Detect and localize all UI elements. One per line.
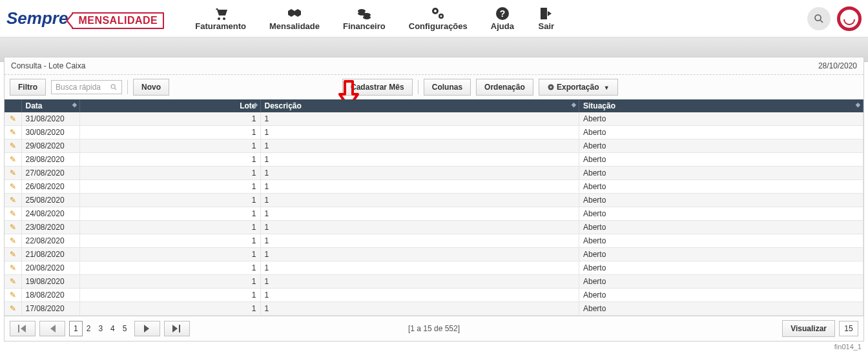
cell-descricao: 1 bbox=[260, 221, 579, 234]
pager-page-1[interactable]: 1 bbox=[69, 321, 83, 336]
pencil-icon: ✎ bbox=[10, 182, 16, 191]
chat-support-button[interactable] bbox=[837, 6, 862, 31]
cadastrar-mes-button[interactable]: Cadastrar Mês bbox=[342, 79, 413, 96]
col-data-header[interactable]: Data◆ bbox=[21, 99, 79, 112]
novo-button[interactable]: Novo bbox=[133, 79, 169, 96]
edit-cell[interactable]: ✎ bbox=[5, 112, 21, 126]
cell-lote: 1 bbox=[79, 207, 260, 221]
pager-page-5[interactable]: 5 bbox=[119, 321, 131, 336]
cell-descricao: 1 bbox=[260, 112, 579, 126]
chevron-down-icon: ▼ bbox=[604, 85, 610, 91]
panel-date: 28/10/2020 bbox=[818, 61, 857, 70]
cell-descricao: 1 bbox=[260, 289, 579, 302]
pager-next-button[interactable] bbox=[134, 321, 160, 336]
edit-cell[interactable]: ✎ bbox=[5, 248, 21, 261]
nav-sair[interactable]: Sair bbox=[526, 3, 567, 34]
search-icon bbox=[813, 13, 825, 25]
table-row[interactable]: ✎31/08/202011Aberto bbox=[5, 112, 863, 126]
edit-cell[interactable]: ✎ bbox=[5, 194, 21, 207]
pager-prev-button[interactable] bbox=[39, 321, 65, 336]
quick-search-input[interactable] bbox=[56, 83, 110, 92]
table-row[interactable]: ✎20/08/202011Aberto bbox=[5, 261, 863, 275]
cell-data: 18/08/2020 bbox=[21, 289, 79, 302]
cell-data: 19/08/2020 bbox=[21, 275, 79, 289]
cell-descricao: 1 bbox=[260, 275, 579, 289]
nav-ajuda[interactable]: ? Ajuda bbox=[479, 3, 526, 34]
nav-faturamento[interactable]: Faturamento bbox=[183, 3, 258, 34]
edit-cell[interactable]: ✎ bbox=[5, 207, 21, 221]
global-search-button[interactable] bbox=[807, 7, 831, 30]
filtro-button[interactable]: Filtro bbox=[10, 79, 46, 96]
edit-cell[interactable]: ✎ bbox=[5, 234, 21, 248]
table-row[interactable]: ✎25/08/202011Aberto bbox=[5, 194, 863, 207]
separator bbox=[127, 80, 128, 94]
edit-cell[interactable]: ✎ bbox=[5, 275, 21, 289]
nav-configuracoes[interactable]: Configurações bbox=[397, 3, 479, 34]
first-page-icon bbox=[18, 325, 27, 332]
table-row[interactable]: ✎17/08/202011Aberto bbox=[5, 302, 863, 316]
table-row[interactable]: ✎30/08/202011Aberto bbox=[5, 126, 863, 139]
edit-cell[interactable]: ✎ bbox=[5, 289, 21, 302]
pencil-icon: ✎ bbox=[10, 128, 16, 137]
cell-situacao: Aberto bbox=[579, 153, 863, 167]
edit-cell[interactable]: ✎ bbox=[5, 126, 21, 139]
exportacao-dropdown[interactable]: Exportação ▼ bbox=[539, 79, 618, 96]
sort-icon: ◆ bbox=[72, 101, 77, 108]
cell-data: 24/08/2020 bbox=[21, 207, 79, 221]
separator bbox=[418, 80, 418, 94]
col-lote-header[interactable]: Lote◆ bbox=[79, 99, 260, 112]
edit-cell[interactable]: ✎ bbox=[5, 221, 21, 234]
table-row[interactable]: ✎29/08/202011Aberto bbox=[5, 139, 863, 153]
cell-lote: 1 bbox=[79, 180, 260, 194]
cell-lote: 1 bbox=[79, 275, 260, 289]
edit-cell[interactable]: ✎ bbox=[5, 302, 21, 316]
table-row[interactable]: ✎27/08/202011Aberto bbox=[5, 167, 863, 180]
colunas-button[interactable]: Colunas bbox=[424, 79, 471, 96]
cell-situacao: Aberto bbox=[579, 207, 863, 221]
pencil-icon: ✎ bbox=[10, 209, 16, 218]
table-row[interactable]: ✎24/08/202011Aberto bbox=[5, 207, 863, 221]
cell-lote: 1 bbox=[79, 261, 260, 275]
cell-situacao: Aberto bbox=[579, 167, 863, 180]
nav-mensalidade[interactable]: Mensalidade bbox=[258, 3, 331, 34]
pager-last-button[interactable] bbox=[164, 321, 190, 336]
cell-situacao: Aberto bbox=[579, 234, 863, 248]
panel-title: Consulta - Lote Caixa bbox=[11, 61, 85, 70]
table-row[interactable]: ✎18/08/202011Aberto bbox=[5, 289, 863, 302]
table-row[interactable]: ✎19/08/202011Aberto bbox=[5, 275, 863, 289]
edit-cell[interactable]: ✎ bbox=[5, 167, 21, 180]
nav-financeiro[interactable]: Financeiro bbox=[331, 3, 397, 34]
cell-situacao: Aberto bbox=[579, 275, 863, 289]
pager-page-3[interactable]: 3 bbox=[94, 321, 107, 336]
col-descricao-header[interactable]: Descrição◆ bbox=[260, 99, 579, 112]
svg-point-11 bbox=[815, 15, 821, 21]
edit-cell[interactable]: ✎ bbox=[5, 180, 21, 194]
table-row[interactable]: ✎26/08/202011Aberto bbox=[5, 180, 863, 194]
cell-lote: 1 bbox=[79, 153, 260, 167]
table-row[interactable]: ✎22/08/202011Aberto bbox=[5, 234, 863, 248]
ordenacao-button[interactable]: Ordenação bbox=[476, 79, 533, 96]
cell-situacao: Aberto bbox=[579, 302, 863, 316]
pager-page-2[interactable]: 2 bbox=[83, 321, 95, 336]
pager-first-button[interactable] bbox=[10, 321, 36, 336]
table-row[interactable]: ✎23/08/202011Aberto bbox=[5, 221, 863, 234]
edit-cell[interactable]: ✎ bbox=[5, 139, 21, 153]
page-size-input[interactable]: 15 bbox=[839, 321, 858, 336]
cell-descricao: 1 bbox=[260, 234, 579, 248]
edit-cell[interactable]: ✎ bbox=[5, 153, 21, 167]
table-row[interactable]: ✎28/08/202011Aberto bbox=[5, 153, 863, 167]
cell-descricao: 1 bbox=[260, 302, 579, 316]
edit-cell[interactable]: ✎ bbox=[5, 261, 21, 275]
svg-point-16 bbox=[550, 87, 552, 88]
quick-search[interactable] bbox=[51, 80, 122, 94]
cell-descricao: 1 bbox=[260, 207, 579, 221]
col-situacao-header[interactable]: Situação◆ bbox=[579, 99, 863, 112]
table-row[interactable]: ✎21/08/202011Aberto bbox=[5, 248, 863, 261]
pager-page-4[interactable]: 4 bbox=[107, 321, 119, 336]
visualizar-button[interactable]: Visualizar bbox=[782, 320, 835, 337]
pencil-icon: ✎ bbox=[10, 141, 16, 150]
cell-lote: 1 bbox=[79, 221, 260, 234]
cell-data: 17/08/2020 bbox=[21, 302, 79, 316]
cell-situacao: Aberto bbox=[579, 289, 863, 302]
pencil-icon: ✎ bbox=[10, 223, 16, 232]
